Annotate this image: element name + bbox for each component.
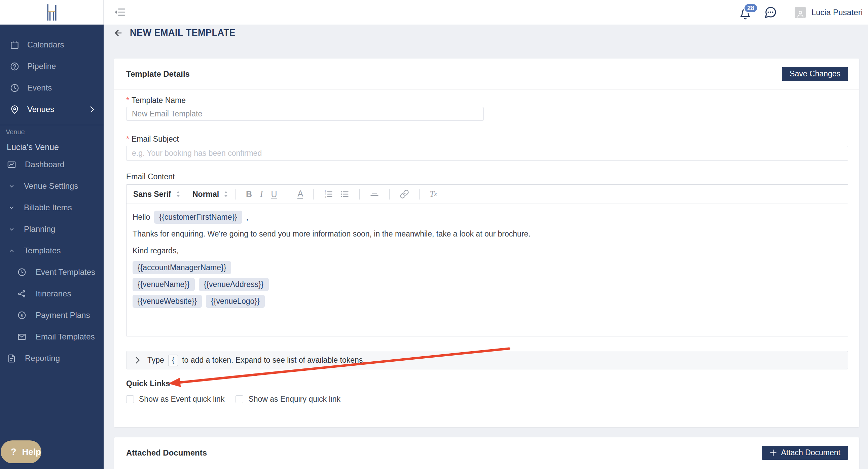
chat-bubble-icon (764, 6, 777, 19)
sidebar-item-label: Payment Plans (36, 311, 90, 320)
help-button-label: Help (22, 447, 41, 457)
sidebar-item-itineraries[interactable]: Itineraries (0, 283, 104, 305)
sidebar-item-label: Venues (27, 105, 54, 114)
checkbox-label: Show as Event quick link (139, 395, 224, 404)
token-venue-address[interactable]: {{venueAddress}} (199, 278, 269, 291)
sidebar-group-venue-settings[interactable]: Venue Settings (0, 175, 104, 197)
toolbar-separator (313, 189, 314, 199)
hint-suffix: to add a token. Expand to see list of av… (182, 355, 365, 365)
email-subject-label: *Email Subject (126, 134, 848, 144)
editor-line: Hello {{customerFirstName}} , (132, 209, 842, 225)
chevron-down-icon (8, 183, 15, 189)
clock-icon (18, 268, 26, 277)
italic-button[interactable]: I (259, 189, 264, 199)
bold-button[interactable]: B (246, 189, 252, 199)
text-color-button[interactable]: A (298, 189, 303, 199)
question-mark-icon: ? (11, 447, 17, 457)
sidebar-item-payment-plans[interactable]: £ Payment Plans (0, 305, 104, 326)
svg-text:3: 3 (325, 195, 326, 198)
token-customer-first-name[interactable]: {{customerFirstName}} (154, 211, 242, 224)
sidebar-group-planning[interactable]: Planning (0, 218, 104, 240)
brand-logo-icon (41, 2, 62, 23)
sidebar-item-event-templates[interactable]: Event Templates (0, 261, 104, 283)
ordered-list-button[interactable]: 1 2 3 (324, 189, 333, 199)
top-header: 28 Lucia Pusateri (104, 0, 868, 25)
editor-line: {{venueName}} {{venueAddress}} (132, 276, 842, 293)
pound-circle-icon: £ (18, 311, 26, 320)
editor-line: {{accountManagerName}} (132, 259, 842, 276)
sidebar: Calendars Pipeline Events (0, 25, 104, 469)
quick-links-heading: Quick Links (126, 379, 848, 388)
route-icon (18, 289, 26, 298)
back-arrow-icon[interactable] (113, 28, 123, 38)
page-title-row: NEW EMAIL TEMPLATE (113, 28, 236, 38)
attached-documents-card: Attached Documents Attach Document (114, 437, 859, 469)
link-button[interactable] (400, 189, 409, 199)
sidebar-item-events[interactable]: Events (0, 77, 104, 99)
sidebar-item-reporting[interactable]: Reporting (0, 348, 104, 369)
email-subject-input[interactable] (126, 146, 848, 161)
help-button[interactable]: ? Help (1, 440, 41, 463)
sidebar-group-label: Venue Settings (24, 181, 78, 191)
template-name-input[interactable] (126, 107, 484, 121)
sidebar-item-pipeline[interactable]: Pipeline (0, 56, 104, 77)
user-avatar[interactable] (795, 7, 806, 18)
sidebar-item-label: Itineraries (36, 289, 71, 299)
sidebar-collapse-icon[interactable] (114, 7, 126, 17)
sidebar-item-label: Event Templates (36, 268, 95, 277)
enquiry-quick-link-option[interactable]: Show as Enquiry quick link (236, 395, 340, 404)
save-changes-button[interactable]: Save Changes (782, 67, 848, 81)
clear-formatting-button[interactable]: Tx (430, 189, 437, 199)
sidebar-group-billable-items[interactable]: Billable Items (0, 197, 104, 218)
font-family-select[interactable]: Sans Serif (133, 190, 184, 199)
attached-documents-heading: Attached Documents (126, 448, 207, 458)
required-marker: * (126, 96, 129, 105)
paragraph-style-select[interactable]: Normal (192, 190, 229, 199)
signoff-text: Kind regards, (132, 246, 179, 255)
chevron-down-icon (8, 205, 15, 211)
sidebar-item-email-templates[interactable]: Email Templates (0, 326, 104, 348)
app-screen: 28 Lucia Pusateri (0, 0, 868, 469)
user-name[interactable]: Lucia Pusateri (811, 8, 863, 17)
document-icon (7, 354, 16, 363)
editor-content-area[interactable]: Hello {{customerFirstName}} , Thanks for… (126, 204, 848, 310)
align-button[interactable] (370, 189, 379, 199)
required-marker: * (126, 134, 129, 143)
clock-icon (10, 84, 19, 93)
event-quick-link-option[interactable]: Show as Event quick link (126, 395, 224, 404)
token-venue-name[interactable]: {{venueName}} (132, 278, 195, 291)
sidebar-item-label: Email Templates (36, 332, 95, 342)
select-arrows-icon (224, 190, 228, 198)
sidebar-item-venues[interactable]: Venues (0, 99, 104, 120)
sidebar-divider (0, 125, 104, 125)
sidebar-item-calendars[interactable]: Calendars (0, 34, 104, 56)
messages-button[interactable] (764, 6, 777, 19)
token-venue-logo[interactable]: {{venueLogo}} (206, 295, 265, 308)
token-venue-website[interactable]: {{venueWebsite}} (132, 295, 202, 308)
editor-line: Thanks for enquiring. We're going to sen… (132, 225, 842, 242)
template-details-card: Template Details Save Changes *Template … (114, 59, 859, 427)
underline-button[interactable]: U (271, 189, 277, 199)
attach-document-button[interactable]: Attach Document (762, 446, 848, 460)
notifications-button[interactable]: 28 (740, 4, 754, 21)
sidebar-group-templates[interactable]: Templates (0, 240, 104, 261)
bullet-list-button[interactable] (340, 189, 349, 199)
sidebar-item-label: Pipeline (27, 62, 56, 71)
map-pin-icon (10, 105, 19, 114)
app-logo[interactable] (0, 0, 104, 25)
token-account-manager-name[interactable]: {{accountManagerName}} (132, 261, 231, 274)
help-circle-icon (10, 62, 19, 71)
editor-line: {{venueWebsite}} {{venueLogo}} (132, 293, 842, 310)
email-content-editor: Sans Serif Normal B I U (126, 184, 848, 337)
event-quick-link-checkbox[interactable] (126, 395, 134, 403)
sidebar-item-label: Dashboard (25, 160, 64, 169)
enquiry-quick-link-checkbox[interactable] (236, 395, 243, 403)
token-hint-expander[interactable]: Type { to add a token. Expand to see lis… (126, 351, 848, 369)
sidebar-item-dashboard[interactable]: Dashboard (0, 154, 104, 175)
sidebar-group-label: Planning (24, 224, 55, 234)
attach-document-label: Attach Document (781, 448, 840, 457)
chevron-right-icon (90, 106, 95, 113)
page-title: NEW EMAIL TEMPLATE (130, 28, 236, 38)
svg-text:£: £ (21, 313, 23, 318)
toolbar-separator (419, 189, 420, 199)
